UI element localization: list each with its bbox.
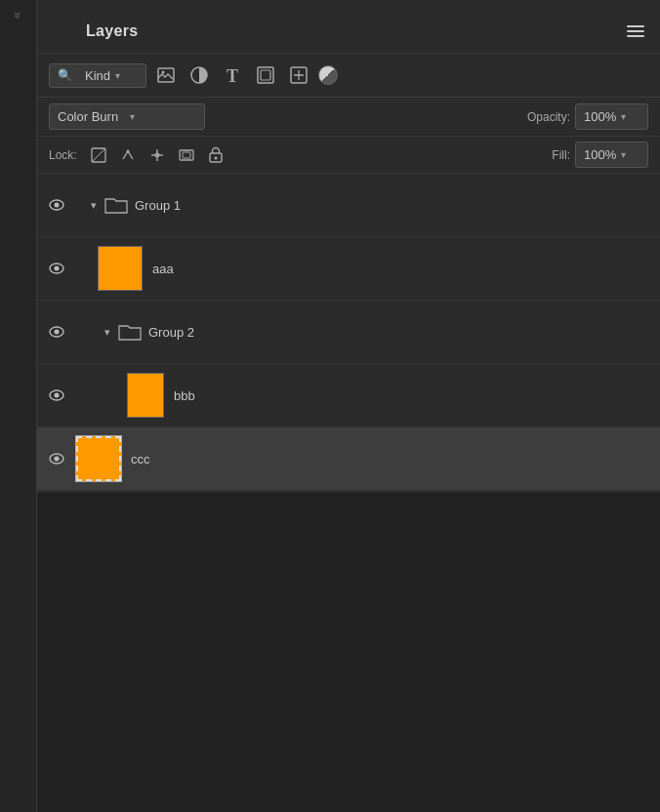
side-collapse-bar[interactable]: » [0,0,37,812]
lock-image-pixels-button[interactable] [116,143,140,167]
svg-point-16 [214,157,217,160]
folder-icon-group2 [117,321,143,343]
visibility-toggle-ccc[interactable] [45,447,68,470]
lock-label: Lock: [49,148,77,162]
hamburger-line3 [627,35,644,37]
layer-row-aaa[interactable]: aaa [37,237,660,301]
filter-shape-button[interactable] [252,61,279,89]
svg-text:T: T [227,66,238,84]
lock-all-button[interactable] [204,143,227,167]
fill-group: Fill: 100% ▾ [552,142,648,168]
svg-point-24 [55,393,60,398]
hamburger-line2 [627,30,644,32]
layer-name-group2: Group 2 [148,325,194,340]
filter-text-button[interactable]: T [219,61,246,89]
opacity-dropdown[interactable]: 100% ▾ [575,103,648,130]
layer-name-group1: Group 1 [135,198,181,213]
panel-header: Layers [37,0,660,54]
svg-rect-5 [261,70,270,80]
layer-row-bbb[interactable]: bbb [37,364,660,427]
filter-image-button[interactable] [152,61,180,89]
fill-caret: ▾ [621,149,639,160]
opacity-group: Opacity: 100% ▾ [527,103,648,130]
svg-point-9 [126,149,129,152]
kind-filter-label: Kind [85,68,110,83]
layer-name-bbb: bbb [174,388,195,403]
kind-filter-caret: ▾ [115,70,138,81]
blend-opacity-row: Color Burn ▾ Opacity: 100% ▾ [37,98,660,137]
collapse-arrows-icon[interactable]: » [11,12,25,16]
expand-group2-arrow[interactable]: ▾ [98,322,117,342]
blend-mode-caret: ▾ [130,111,197,122]
hamburger-line1 [627,25,644,27]
fill-value: 100% [584,147,616,162]
fill-label: Fill: [552,148,570,162]
lock-transparent-pixels-button[interactable] [87,143,110,167]
blend-mode-value: Color Burn [58,109,125,124]
filter-adjustment-button[interactable] [186,61,213,89]
opacity-caret: ▾ [621,111,639,122]
bottom-empty-area [37,493,660,812]
filter-smart-button[interactable] [285,61,312,89]
svg-rect-14 [183,152,190,158]
layer-row-ccc[interactable]: ccc [37,427,660,491]
opacity-label: Opacity: [527,110,570,124]
layer-row-group1[interactable]: ▾ Group 1 [37,174,660,237]
kind-filter-dropdown[interactable]: 🔍 Kind ▾ [49,63,146,88]
visibility-toggle-group1[interactable] [45,193,68,217]
opacity-value: 100% [584,109,616,124]
visibility-toggle-group2[interactable] [45,320,68,344]
fill-dropdown[interactable]: 100% ▾ [575,142,648,168]
panel-menu-button[interactable] [623,21,648,41]
visibility-toggle-aaa[interactable] [45,257,68,280]
search-icon: 🔍 [58,68,80,82]
blend-mode-dropdown[interactable]: Color Burn ▾ [49,103,205,130]
folder-icon-group1 [103,194,129,216]
layer-name-aaa: aaa [152,262,174,276]
filter-toolbar: 🔍 Kind ▾ T [37,54,660,98]
layer-name-ccc: ccc [131,452,150,467]
filter-pixel-button[interactable] [318,65,338,85]
svg-point-20 [55,266,60,271]
svg-point-26 [55,457,60,462]
lock-artboards-button[interactable] [175,143,198,167]
visibility-toggle-bbb[interactable] [45,384,68,407]
svg-point-1 [162,71,165,74]
layer-row-group2[interactable]: ▾ Group 2 [37,301,660,364]
lock-fill-row: Lock: [37,137,660,174]
layer-thumbnail-bbb [127,373,164,418]
expand-group1-arrow[interactable]: ▾ [84,195,103,215]
svg-line-8 [92,148,105,162]
svg-point-18 [55,203,60,208]
svg-point-22 [55,330,60,335]
lock-position-button[interactable] [145,143,169,167]
panel-title: Layers [86,22,138,40]
layer-thumbnail-ccc [76,436,121,481]
layers-list: ▾ Group 1 aaa [37,174,660,493]
layer-thumbnail-aaa [98,246,143,291]
